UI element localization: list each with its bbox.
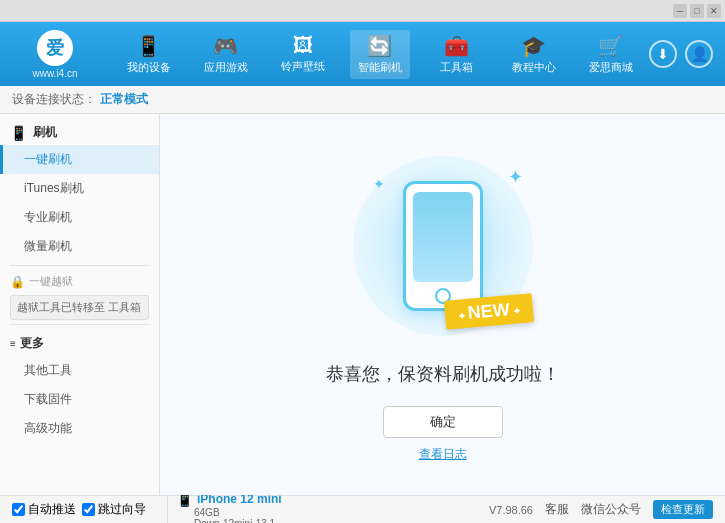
nav-my-device[interactable]: 📱 我的设备	[119, 30, 179, 79]
jailbreak-title: 一键越狱	[29, 274, 73, 289]
phone-illustration: ✦ ✦ NEW	[343, 146, 543, 346]
main-layout: 📱 刷机 一键刷机 iTunes刷机 专业刷机 微量刷机 🔒 一键越狱 越狱工具…	[0, 114, 725, 495]
auto-push-checkbox[interactable]	[12, 503, 25, 516]
sidebar-item-download-firmware[interactable]: 下载固件	[0, 385, 159, 414]
bottom-right: V7.98.66 客服 微信公众号 检查更新	[489, 500, 717, 519]
customer-service-link[interactable]: 客服	[545, 501, 569, 518]
nav-apps[interactable]: 🎮 应用游戏	[196, 30, 256, 79]
title-bar: ─ □ ✕	[0, 0, 725, 22]
bottom-checkboxes: 自动推送 跳过向导	[8, 496, 168, 523]
device-storage-text: 64GB	[194, 507, 220, 518]
phone-body	[403, 181, 483, 311]
check-update-button[interactable]: 检查更新	[653, 500, 713, 519]
one-key-flash-label: 一键刷机	[24, 152, 72, 166]
sidebar-divider-1	[10, 265, 149, 266]
version-text: V7.98.66	[489, 504, 533, 516]
status-value: 正常模式	[100, 91, 148, 108]
close-button[interactable]: ✕	[707, 4, 721, 18]
sidebar: 📱 刷机 一键刷机 iTunes刷机 专业刷机 微量刷机 🔒 一键越狱 越狱工具…	[0, 114, 160, 495]
toolbox-icon: 🧰	[444, 34, 469, 58]
device-firmware-text: Down-12mini-13,1	[194, 518, 275, 524]
content-area: ✦ ✦ NEW 恭喜您，保资料刷机成功啦！ 确定 查看日志	[160, 114, 725, 495]
nav-mall-label: 爱思商城	[589, 60, 633, 75]
maximize-button[interactable]: □	[690, 4, 704, 18]
phone-icon: 📱	[136, 34, 161, 58]
wechat-link[interactable]: 微信公众号	[581, 501, 641, 518]
sidebar-item-advanced[interactable]: 高级功能	[0, 414, 159, 443]
sparkle-right-icon: ✦	[508, 166, 523, 188]
flash-section-title: 刷机	[33, 124, 57, 141]
bottom-bar: 自动推送 跳过向导 📱 iPhone 12 mini 64GB Down-12m…	[0, 495, 725, 523]
nav-apps-label: 应用游戏	[204, 60, 248, 75]
sidebar-item-pro-flash[interactable]: 专业刷机	[0, 203, 159, 232]
wallpaper-icon: 🖼	[293, 34, 313, 57]
skip-wizard-checkbox-label[interactable]: 跳过向导	[82, 501, 146, 518]
refresh-icon: 🔄	[367, 34, 392, 58]
flash-section-icon: 📱	[10, 125, 27, 141]
status-label: 设备连接状态：	[12, 91, 96, 108]
sparkle-left-icon: ✦	[373, 176, 385, 192]
nav-toolbox[interactable]: 🧰 工具箱	[427, 30, 487, 79]
tutorial-icon: 🎓	[521, 34, 546, 58]
more-section-title: 更多	[20, 335, 44, 352]
nav-mall[interactable]: 🛒 爱思商城	[581, 30, 641, 79]
nav-my-device-label: 我的设备	[127, 60, 171, 75]
nav-wallpaper[interactable]: 🖼 铃声壁纸	[273, 30, 333, 78]
sidebar-item-other-tools[interactable]: 其他工具	[0, 356, 159, 385]
itunes-flash-label: iTunes刷机	[24, 181, 84, 195]
more-icon: ≡	[10, 338, 16, 349]
device-firmware: Down-12mini-13,1	[176, 518, 489, 524]
log-link[interactable]: 查看日志	[419, 446, 467, 463]
logo-icon: 爱	[37, 30, 73, 66]
mall-icon: 🛒	[598, 34, 623, 58]
jailbreak-note: 越狱工具已转移至 工具箱	[10, 295, 149, 320]
auto-push-checkbox-label[interactable]: 自动推送	[12, 501, 76, 518]
download-button[interactable]: ⬇	[649, 40, 677, 68]
nav-right: ⬇ 👤	[649, 40, 725, 68]
skip-wizard-checkbox[interactable]	[82, 503, 95, 516]
minimize-button[interactable]: ─	[673, 4, 687, 18]
success-message: 恭喜您，保资料刷机成功啦！	[326, 362, 560, 386]
save-flash-label: 微量刷机	[24, 239, 72, 253]
sidebar-jailbreak-section: 🔒 一键越狱	[0, 270, 159, 293]
phone-screen	[413, 192, 473, 282]
nav-smart-flash[interactable]: 🔄 智能刷机	[350, 30, 410, 79]
sidebar-divider-2	[10, 324, 149, 325]
nav-bar: 📱 我的设备 🎮 应用游戏 🖼 铃声壁纸 🔄 智能刷机 🧰 工具箱 🎓 教程中心…	[110, 30, 649, 79]
game-icon: 🎮	[213, 34, 238, 58]
new-badge: NEW	[444, 293, 534, 330]
nav-smart-flash-label: 智能刷机	[358, 60, 402, 75]
sidebar-more-header: ≡ 更多	[0, 329, 159, 356]
nav-tutorial-label: 教程中心	[512, 60, 556, 75]
jailbreak-note-text: 越狱工具已转移至 工具箱	[17, 301, 141, 313]
advanced-label: 高级功能	[24, 421, 72, 435]
pro-flash-label: 专业刷机	[24, 210, 72, 224]
nav-wallpaper-label: 铃声壁纸	[281, 59, 325, 74]
download-firmware-label: 下载固件	[24, 392, 72, 406]
header: 爱 www.i4.cn 📱 我的设备 🎮 应用游戏 🖼 铃声壁纸 🔄 智能刷机 …	[0, 22, 725, 86]
other-tools-label: 其他工具	[24, 363, 72, 377]
logo-area: 爱 www.i4.cn	[0, 30, 110, 79]
sidebar-flash-header: 📱 刷机	[0, 118, 159, 145]
status-bar: 设备连接状态： 正常模式	[0, 86, 725, 114]
user-button[interactable]: 👤	[685, 40, 713, 68]
device-storage: 64GB	[176, 507, 489, 518]
nav-toolbox-label: 工具箱	[440, 60, 473, 75]
sidebar-item-one-key-flash[interactable]: 一键刷机	[0, 145, 159, 174]
auto-push-label: 自动推送	[28, 501, 76, 518]
nav-tutorial[interactable]: 🎓 教程中心	[504, 30, 564, 79]
device-info: 📱 iPhone 12 mini 64GB Down-12mini-13,1	[168, 491, 489, 524]
sidebar-item-save-flash[interactable]: 微量刷机	[0, 232, 159, 261]
sidebar-item-itunes-flash[interactable]: iTunes刷机	[0, 174, 159, 203]
lock-icon: 🔒	[10, 275, 25, 289]
skip-wizard-label: 跳过向导	[98, 501, 146, 518]
logo-text: www.i4.cn	[32, 68, 77, 79]
confirm-button[interactable]: 确定	[383, 406, 503, 438]
